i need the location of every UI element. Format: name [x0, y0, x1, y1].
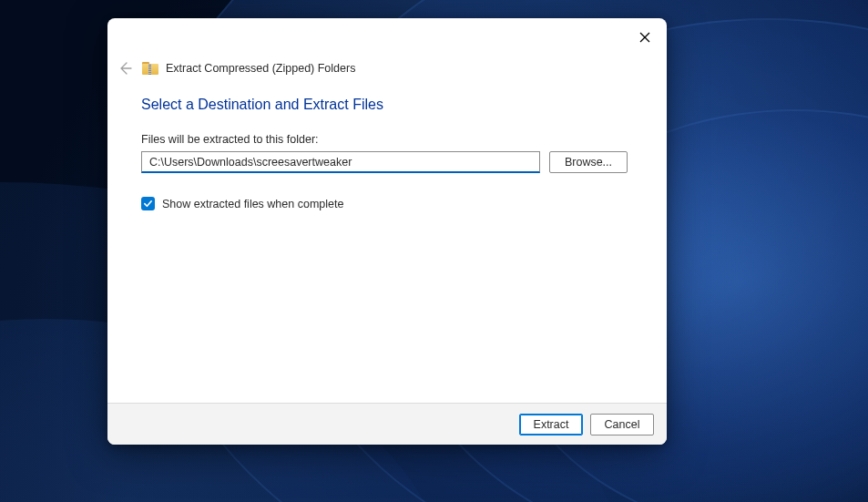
- back-button[interactable]: [115, 58, 135, 78]
- dialog-title: Extract Compressed (Zipped) Folders: [166, 62, 355, 75]
- close-button[interactable]: [625, 24, 665, 51]
- dialog-content: Select a Destination and Extract Files F…: [107, 80, 667, 403]
- extract-button[interactable]: Extract: [519, 414, 583, 435]
- destination-path-input[interactable]: [141, 151, 540, 173]
- destination-row: Browse...: [141, 151, 633, 173]
- extract-dialog: Extract Compressed (Zipped) Folders Sele…: [107, 18, 667, 445]
- browse-button[interactable]: Browse...: [549, 151, 628, 173]
- back-arrow-icon: [117, 61, 132, 76]
- cancel-button[interactable]: Cancel: [590, 414, 654, 435]
- content-heading: Select a Destination and Extract Files: [141, 97, 633, 113]
- zipped-folder-icon: [142, 62, 158, 76]
- show-extracted-checkbox[interactable]: [141, 197, 155, 210]
- destination-label: Files will be extracted to this folder:: [141, 133, 633, 146]
- close-icon: [639, 32, 650, 43]
- dialog-header: Extract Compressed (Zipped) Folders: [107, 56, 667, 80]
- dialog-footer: Extract Cancel: [107, 403, 667, 445]
- dialog-titlebar: [107, 18, 667, 56]
- checkmark-icon: [143, 199, 153, 209]
- show-extracted-option: Show extracted files when complete: [141, 197, 633, 210]
- show-extracted-label[interactable]: Show extracted files when complete: [162, 198, 343, 210]
